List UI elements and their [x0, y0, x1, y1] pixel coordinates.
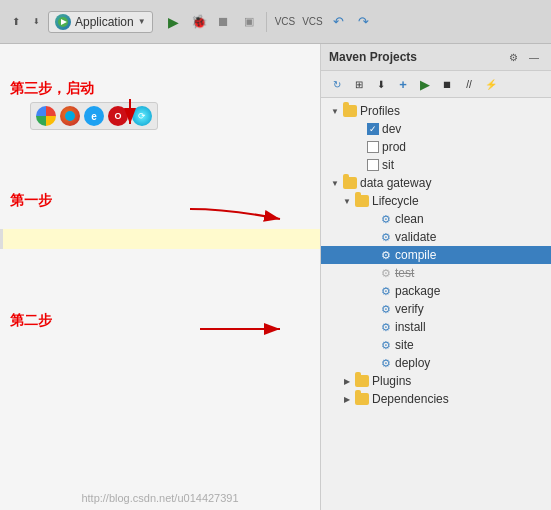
prod-checkbox[interactable] — [367, 141, 379, 153]
app-button-label: Application — [75, 15, 134, 29]
stop-button[interactable]: ⏹ — [213, 11, 235, 33]
data-gateway-item[interactable]: data gateway — [321, 174, 551, 192]
watermark: http://blog.csdn.net/u014427391 — [81, 492, 238, 504]
maven-projects-panel: Maven Projects ⚙ — ↻ ⊞ ⬇ + ▶ ⏹ // ⚡ Prof… — [321, 44, 551, 510]
deploy-gear-icon: ⚙ — [379, 357, 392, 370]
edge-icon[interactable]: ⟳ — [132, 106, 152, 126]
dev-item[interactable]: dev — [321, 120, 551, 138]
verify-item[interactable]: ⚙ verify — [321, 300, 551, 318]
chrome-icon[interactable] — [36, 106, 56, 126]
browser-icons-bar: e O ⟳ — [30, 102, 158, 130]
dependencies-item[interactable]: Dependencies — [321, 390, 551, 408]
dev-checkbox[interactable] — [367, 123, 379, 135]
package-label: package — [395, 284, 440, 298]
site-expand — [365, 339, 377, 351]
dependencies-folder-icon — [355, 393, 369, 405]
sit-checkbox[interactable] — [367, 159, 379, 171]
validate-item[interactable]: ⚙ validate — [321, 228, 551, 246]
lifecycle-folder-icon — [355, 195, 369, 207]
dependencies-expand — [341, 393, 353, 405]
firefox-icon[interactable] — [60, 106, 80, 126]
maven-toggle-btn[interactable]: // — [459, 74, 479, 94]
verify-label: verify — [395, 302, 424, 316]
main-content: 第三步，启动 e O ⟳ 第一步 第二步 — [0, 44, 551, 510]
test-item[interactable]: ⚙ test — [321, 264, 551, 282]
annotation-step1: 第一步 — [10, 192, 52, 210]
toolbar-small-icon2: ⬇ — [28, 14, 44, 30]
dev-label: dev — [382, 122, 401, 136]
validate-expand — [365, 231, 377, 243]
maven-title: Maven Projects — [329, 50, 417, 64]
dropdown-arrow-icon: ▼ — [138, 17, 146, 26]
install-label: install — [395, 320, 426, 334]
data-gateway-label: data gateway — [360, 176, 431, 190]
maven-add-btn[interactable]: + — [393, 74, 413, 94]
package-expand — [365, 285, 377, 297]
separator1 — [266, 12, 267, 32]
dependencies-label: Dependencies — [372, 392, 449, 406]
run-button[interactable]: ▶ — [163, 11, 185, 33]
site-label: site — [395, 338, 414, 352]
clean-label: clean — [395, 212, 424, 226]
data-gateway-folder-icon — [343, 177, 357, 189]
prod-item[interactable]: prod — [321, 138, 551, 156]
sit-item[interactable]: sit — [321, 156, 551, 174]
data-gateway-expand — [329, 177, 341, 189]
validate-gear-icon: ⚙ — [379, 231, 392, 244]
install-gear-icon: ⚙ — [379, 321, 392, 334]
maven-header: Maven Projects ⚙ — — [321, 44, 551, 71]
maven-tree: Profiles dev prod sit — [321, 98, 551, 510]
compile-expand — [365, 249, 377, 261]
debug-icon[interactable]: 🐞 — [188, 11, 210, 33]
maven-lightning-btn[interactable]: ⚡ — [481, 74, 501, 94]
verify-gear-icon: ⚙ — [379, 303, 392, 316]
toolbar-left: ⬆ ⬇ Application ▼ ▶ 🐞 ⏹ ▣ VCS VCS ↶ ↷ — [8, 11, 375, 33]
profiles-item[interactable]: Profiles — [321, 102, 551, 120]
left-panel: 第三步，启动 e O ⟳ 第一步 第二步 — [0, 44, 321, 510]
toolbar: ⬆ ⬇ Application ▼ ▶ 🐞 ⏹ ▣ VCS VCS ↶ ↷ — [0, 0, 551, 44]
maven-download-btn[interactable]: ⬇ — [371, 74, 391, 94]
maven-run-btn[interactable]: ▶ — [415, 74, 435, 94]
opera-icon[interactable]: O — [108, 106, 128, 126]
lifecycle-item[interactable]: Lifecycle — [321, 192, 551, 210]
vcs-label2: VCS — [302, 16, 323, 27]
clean-gear-icon: ⚙ — [379, 213, 392, 226]
package-gear-icon: ⚙ — [379, 285, 392, 298]
app-run-config-button[interactable]: Application ▼ — [48, 11, 153, 33]
install-expand — [365, 321, 377, 333]
profiles-expand-icon — [329, 105, 341, 117]
clean-expand — [365, 213, 377, 225]
maven-btn2[interactable]: ⊞ — [349, 74, 369, 94]
maven-expand-icon[interactable]: — — [525, 48, 543, 66]
maven-stop-btn[interactable]: ⏹ — [437, 74, 457, 94]
sit-expand — [353, 159, 365, 171]
plugins-item[interactable]: Plugins — [321, 372, 551, 390]
toolbar-btn2[interactable]: ▣ — [238, 11, 260, 33]
plugins-expand — [341, 375, 353, 387]
highlighted-line — [0, 229, 320, 249]
compile-label: compile — [395, 248, 436, 262]
package-item[interactable]: ⚙ package — [321, 282, 551, 300]
ie-icon[interactable]: e — [84, 106, 104, 126]
deploy-label: deploy — [395, 356, 430, 370]
verify-expand — [365, 303, 377, 315]
site-item[interactable]: ⚙ site — [321, 336, 551, 354]
maven-refresh-btn[interactable]: ↻ — [327, 74, 347, 94]
validate-label: validate — [395, 230, 436, 244]
install-item[interactable]: ⚙ install — [321, 318, 551, 336]
vcs-icon1[interactable]: ↶ — [328, 11, 350, 33]
maven-toolbar: ↻ ⊞ ⬇ + ▶ ⏹ // ⚡ — [321, 71, 551, 98]
annotation-step3: 第三步，启动 — [10, 80, 94, 98]
vcs-label1: VCS — [275, 16, 296, 27]
profiles-folder-icon — [343, 105, 357, 117]
profiles-label: Profiles — [360, 104, 400, 118]
maven-settings-icon[interactable]: ⚙ — [504, 48, 522, 66]
plugins-label: Plugins — [372, 374, 411, 388]
deploy-item[interactable]: ⚙ deploy — [321, 354, 551, 372]
vcs-icon2[interactable]: ↷ — [353, 11, 375, 33]
compile-item[interactable]: ⚙ compile — [321, 246, 551, 264]
test-label: test — [395, 266, 414, 280]
clean-item[interactable]: ⚙ clean — [321, 210, 551, 228]
lifecycle-label: Lifecycle — [372, 194, 419, 208]
prod-expand — [353, 141, 365, 153]
